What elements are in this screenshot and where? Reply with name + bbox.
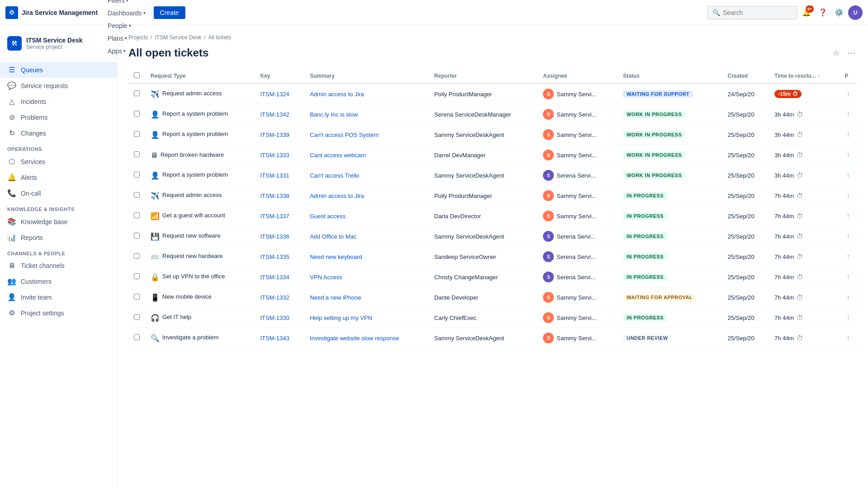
sidebar-item-problems[interactable]: ⊘Problems — [0, 109, 117, 125]
table-row[interactable]: ⌨️Request new hardwareITSM-1335Need new … — [128, 247, 857, 267]
ticket-summary[interactable]: Guest access — [310, 213, 345, 220]
chevron-down-icon: ▾ — [126, 0, 128, 3]
table-row[interactable]: 🎧Get IT helpITSM-1330Help setting up my … — [128, 308, 857, 328]
ticket-summary[interactable]: Can't access Trello — [310, 172, 359, 179]
status-badge: WAITING FOR SUPPORT — [623, 90, 693, 98]
row-checkbox[interactable] — [134, 151, 140, 157]
sidebar-item-ticket-channels[interactable]: 🖥Ticket channels — [0, 258, 117, 273]
ticket-summary[interactable]: Add Office to Mac — [310, 233, 356, 240]
assignee-avatar: S — [543, 129, 554, 140]
sidebar-item-reports[interactable]: 📊Reports — [0, 230, 117, 245]
ticket-summary[interactable]: VPN Access — [310, 274, 342, 281]
ticket-key[interactable]: ITSM-1332 — [260, 294, 289, 301]
created-cell: 24/Sep/20 — [722, 84, 769, 104]
breadcrumb-link[interactable]: ITSM Service Desk — [155, 34, 202, 41]
row-checkbox[interactable] — [134, 212, 140, 218]
table-row[interactable]: 👤Report a system problemITSM-1339Can't a… — [128, 125, 857, 145]
sidebar-item-on-call[interactable]: 📞On-call — [0, 185, 117, 201]
sidebar-item-services[interactable]: ⬡Services — [0, 154, 117, 169]
ticket-summary[interactable]: Need a new iPhone — [310, 294, 361, 301]
request-type-label: Report a system problem — [162, 171, 228, 179]
table-row[interactable]: 📶Get a guest wifi accountITSM-1337Guest … — [128, 206, 857, 226]
ticket-summary[interactable]: Investigate website slow response — [310, 335, 399, 342]
star-button[interactable]: ☆ — [831, 46, 842, 60]
table-row[interactable]: 🖥Report broken hardwareITSM-1333Cant acc… — [128, 145, 857, 165]
notifications-button[interactable]: 🔔 9+ — [799, 5, 814, 20]
help-button[interactable]: ❓ — [816, 5, 830, 20]
table-row[interactable]: 🔍Investigate a problemITSM-1343Investiga… — [128, 328, 857, 348]
main-content: Projects/ITSM Service Desk/All tickets A… — [118, 25, 868, 488]
topnav-link-dashboards[interactable]: Dashboards▾ — [103, 7, 150, 19]
ticket-summary[interactable]: Help setting up my VPN — [310, 314, 372, 321]
row-checkbox[interactable] — [134, 294, 140, 300]
ticket-key[interactable]: ITSM-1343 — [260, 335, 289, 342]
table-col-time-to-resolu-[interactable]: Time to resolu...↑ — [769, 69, 839, 84]
sidebar-item-customers[interactable]: 👥Customers — [0, 273, 117, 289]
sidebar-item-invite-team[interactable]: 👤Invite team — [0, 289, 117, 305]
select-all-checkbox[interactable] — [134, 72, 140, 78]
topnav-link-apps[interactable]: Apps▾ — [103, 45, 150, 57]
table-row[interactable]: 📱New mobile deviceITSM-1332Need a new iP… — [128, 287, 857, 308]
assignee-avatar: S — [543, 251, 554, 262]
table-row[interactable]: 💾Request new softwareITSM-1336Add Office… — [128, 226, 857, 247]
ticket-summary[interactable]: Need new keyboard — [310, 253, 362, 260]
jira-logo-icon — [5, 6, 18, 19]
status-cell: WORK IN PROGRESS — [618, 165, 722, 186]
priority-high-icon: ↑ — [846, 171, 850, 179]
ticket-key[interactable]: ITSM-1324 — [260, 91, 289, 98]
settings-button[interactable]: ⚙️ — [832, 5, 846, 20]
ticket-summary[interactable]: Admin access to Jira — [310, 91, 364, 98]
ticket-key[interactable]: ITSM-1339 — [260, 131, 289, 138]
clock-icon: ⏱ — [797, 253, 803, 260]
table-row[interactable]: ✈️Request admin accessITSM-1324Admin acc… — [128, 84, 857, 104]
row-checkbox[interactable] — [134, 90, 140, 96]
ticket-key[interactable]: ITSM-1342 — [260, 111, 289, 118]
row-checkbox[interactable] — [134, 253, 140, 259]
ticket-summary[interactable]: Banc.ly Inc is slow — [310, 111, 358, 118]
ticket-summary[interactable]: Admin access to Jira — [310, 192, 364, 199]
topnav-link-filters[interactable]: Filters▾ — [103, 0, 150, 7]
sidebar-item-queues[interactable]: ☰Queues — [0, 62, 117, 78]
sidebar-item-project-settings[interactable]: ⚙Project settings — [0, 305, 117, 321]
row-checkbox[interactable] — [134, 334, 140, 340]
ticket-summary[interactable]: Can't access POS System — [310, 131, 378, 138]
ticket-key[interactable]: ITSM-1336 — [260, 233, 289, 240]
table-row[interactable]: 🔒Set up VPN to the officeITSM-1334VPN Ac… — [128, 267, 857, 287]
ticket-summary[interactable]: Cant access webcam — [310, 152, 366, 159]
topnav-link-plans[interactable]: Plans▾ — [103, 32, 150, 45]
search-input[interactable] — [723, 9, 792, 16]
sidebar-item-service-requests[interactable]: 💬Service requests — [0, 78, 117, 94]
more-options-button[interactable]: ⋯ — [845, 46, 857, 60]
sidebar-item-knowledge-base[interactable]: 📚Knowledge base — [0, 214, 117, 230]
ticket-key[interactable]: ITSM-1337 — [260, 213, 289, 220]
row-checkbox[interactable] — [134, 192, 140, 198]
ticket-key[interactable]: ITSM-1333 — [260, 152, 289, 159]
row-checkbox[interactable] — [134, 273, 140, 279]
request-type-icon: 🔒 — [151, 273, 160, 282]
app-logo[interactable]: Jira Service Management — [5, 6, 98, 19]
table-row[interactable]: 👤Report a system problemITSM-1331Can't a… — [128, 165, 857, 186]
sidebar-item-alerts[interactable]: 🔔Alerts — [0, 169, 117, 185]
sidebar-item-changes[interactable]: ↻Changes — [0, 125, 117, 141]
row-checkbox[interactable] — [134, 131, 140, 137]
ticket-key[interactable]: ITSM-1335 — [260, 253, 289, 260]
row-checkbox[interactable] — [134, 111, 140, 117]
page-header: All open tickets ☆ ⋯ — [128, 46, 857, 60]
topnav-link-people[interactable]: People▾ — [103, 19, 150, 32]
row-checkbox[interactable] — [134, 233, 140, 239]
ticket-key[interactable]: ITSM-1330 — [260, 314, 289, 321]
row-checkbox[interactable] — [134, 172, 140, 178]
table-row[interactable]: ✈️Request admin accessITSM-1338Admin acc… — [128, 186, 857, 206]
table-row[interactable]: 👤Report a system problemITSM-1342Banc.ly… — [128, 104, 857, 125]
invite-team-icon: 👤 — [7, 293, 16, 301]
sidebar-item-incidents[interactable]: △Incidents — [0, 94, 117, 109]
row-checkbox[interactable] — [134, 314, 140, 320]
ticket-key[interactable]: ITSM-1338 — [260, 192, 289, 199]
user-avatar[interactable]: U — [848, 5, 863, 20]
ticket-key[interactable]: ITSM-1331 — [260, 172, 289, 179]
search-box[interactable]: 🔍 — [707, 6, 797, 19]
create-button[interactable]: Create — [154, 6, 185, 19]
sidebar-item-label: Knowledge base — [21, 218, 68, 225]
ticket-key[interactable]: ITSM-1334 — [260, 274, 289, 281]
assignee-name: Serena Servi... — [557, 274, 595, 281]
